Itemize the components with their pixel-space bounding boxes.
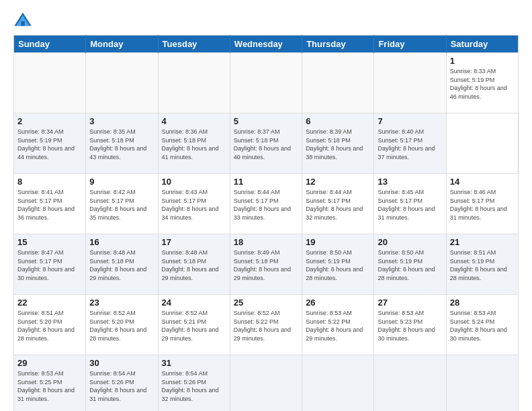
day-info: Sunrise: 8:54 AMSunset: 5:26 PMDaylight:… <box>89 369 154 403</box>
calendar-day-cell: 22Sunrise: 8:51 AMSunset: 5:20 PMDayligh… <box>14 295 86 355</box>
day-info: Sunrise: 8:36 AMSunset: 5:18 PMDaylight:… <box>162 128 226 161</box>
calendar-day-cell: 31Sunrise: 8:54 AMSunset: 5:26 PMDayligh… <box>158 355 230 412</box>
day-number: 28 <box>450 298 515 308</box>
day-info: Sunrise: 8:52 AMSunset: 5:21 PMDaylight:… <box>162 309 226 342</box>
calendar-day-cell: 19Sunrise: 8:50 AMSunset: 5:19 PMDayligh… <box>302 234 374 295</box>
day-number: 27 <box>378 298 442 308</box>
day-number: 3 <box>89 116 154 126</box>
day-number: 29 <box>17 358 82 368</box>
calendar-day-cell: 3Sunrise: 8:35 AMSunset: 5:18 PMDaylight… <box>86 113 158 174</box>
weekday-header-tuesday: Tuesday <box>158 36 230 53</box>
day-number: 11 <box>234 177 298 187</box>
header <box>13 11 519 30</box>
calendar-day-cell: 7Sunrise: 8:40 AMSunset: 5:17 PMDaylight… <box>374 113 446 174</box>
calendar-week-row: 22Sunrise: 8:51 AMSunset: 5:20 PMDayligh… <box>14 295 519 355</box>
day-number: 22 <box>17 298 82 308</box>
day-number: 31 <box>162 358 226 368</box>
day-number: 21 <box>450 237 515 247</box>
weekday-header-thursday: Thursday <box>302 36 374 53</box>
empty-cell <box>230 355 302 412</box>
empty-cell <box>14 53 86 113</box>
calendar-day-cell: 10Sunrise: 8:43 AMSunset: 5:17 PMDayligh… <box>158 174 230 234</box>
day-info: Sunrise: 8:49 AMSunset: 5:18 PMDaylight:… <box>234 248 298 282</box>
day-info: Sunrise: 8:39 AMSunset: 5:18 PMDaylight:… <box>306 128 370 161</box>
day-info: Sunrise: 8:44 AMSunset: 5:17 PMDaylight:… <box>234 188 298 222</box>
day-info: Sunrise: 8:53 AMSunset: 5:23 PMDaylight:… <box>378 309 442 342</box>
day-info: Sunrise: 8:41 AMSunset: 5:17 PMDaylight:… <box>17 188 82 222</box>
day-info: Sunrise: 8:48 AMSunset: 5:18 PMDaylight:… <box>89 248 154 282</box>
day-number: 17 <box>162 237 226 247</box>
day-info: Sunrise: 8:53 AMSunset: 5:22 PMDaylight:… <box>306 309 370 342</box>
calendar-day-cell: 15Sunrise: 8:47 AMSunset: 5:17 PMDayligh… <box>14 234 86 295</box>
calendar-day-cell: 26Sunrise: 8:53 AMSunset: 5:22 PMDayligh… <box>302 295 374 355</box>
day-number: 1 <box>450 56 515 66</box>
day-info: Sunrise: 8:47 AMSunset: 5:17 PMDaylight:… <box>17 248 82 282</box>
logo <box>13 11 35 30</box>
day-number: 5 <box>234 116 298 126</box>
empty-cell <box>374 53 446 113</box>
empty-cell <box>230 53 302 113</box>
day-info: Sunrise: 8:40 AMSunset: 5:17 PMDaylight:… <box>378 128 442 161</box>
day-number: 8 <box>17 177 82 187</box>
day-info: Sunrise: 8:50 AMSunset: 5:19 PMDaylight:… <box>378 248 442 282</box>
weekday-header-wednesday: Wednesday <box>230 36 302 53</box>
day-number: 30 <box>89 358 154 368</box>
day-number: 20 <box>378 237 442 247</box>
calendar-day-cell: 14Sunrise: 8:46 AMSunset: 5:17 PMDayligh… <box>446 174 518 234</box>
calendar-day-cell: 24Sunrise: 8:52 AMSunset: 5:21 PMDayligh… <box>158 295 230 355</box>
day-info: Sunrise: 8:35 AMSunset: 5:18 PMDaylight:… <box>89 128 154 161</box>
calendar-day-cell: 6Sunrise: 8:39 AMSunset: 5:18 PMDaylight… <box>302 113 374 174</box>
day-number: 2 <box>17 116 82 126</box>
calendar-day-cell: 18Sunrise: 8:49 AMSunset: 5:18 PMDayligh… <box>230 234 302 295</box>
calendar-day-cell: 1Sunrise: 8:33 AMSunset: 5:19 PMDaylight… <box>446 53 518 113</box>
day-number: 15 <box>17 237 82 247</box>
day-number: 7 <box>378 116 442 126</box>
calendar-week-row: 29Sunrise: 8:53 AMSunset: 5:25 PMDayligh… <box>14 355 519 412</box>
day-info: Sunrise: 8:43 AMSunset: 5:17 PMDaylight:… <box>162 188 226 222</box>
calendar-table: SundayMondayTuesdayWednesdayThursdayFrid… <box>13 35 519 411</box>
empty-cell <box>374 355 446 412</box>
empty-cell <box>158 53 230 113</box>
day-number: 4 <box>162 116 226 126</box>
day-info: Sunrise: 8:54 AMSunset: 5:26 PMDaylight:… <box>162 369 226 403</box>
calendar-day-cell: 30Sunrise: 8:54 AMSunset: 5:26 PMDayligh… <box>86 355 158 412</box>
day-number: 26 <box>306 298 370 308</box>
logo-icon <box>13 11 32 30</box>
calendar-day-cell: 25Sunrise: 8:52 AMSunset: 5:22 PMDayligh… <box>230 295 302 355</box>
calendar-day-cell: 17Sunrise: 8:48 AMSunset: 5:18 PMDayligh… <box>158 234 230 295</box>
day-number: 13 <box>378 177 442 187</box>
page: SundayMondayTuesdayWednesdayThursdayFrid… <box>0 0 532 411</box>
day-info: Sunrise: 8:51 AMSunset: 5:20 PMDaylight:… <box>17 309 82 342</box>
day-number: 25 <box>234 298 298 308</box>
day-info: Sunrise: 8:37 AMSunset: 5:18 PMDaylight:… <box>234 128 298 161</box>
day-number: 23 <box>89 298 154 308</box>
calendar-day-cell: 9Sunrise: 8:42 AMSunset: 5:17 PMDaylight… <box>86 174 158 234</box>
calendar-day-cell: 23Sunrise: 8:52 AMSunset: 5:20 PMDayligh… <box>86 295 158 355</box>
day-info: Sunrise: 8:44 AMSunset: 5:17 PMDaylight:… <box>306 188 370 222</box>
calendar-week-row: 8Sunrise: 8:41 AMSunset: 5:17 PMDaylight… <box>14 174 519 234</box>
day-info: Sunrise: 8:45 AMSunset: 5:17 PMDaylight:… <box>378 188 442 222</box>
calendar-week-row: 2Sunrise: 8:34 AMSunset: 5:19 PMDaylight… <box>14 113 519 174</box>
weekday-header-row: SundayMondayTuesdayWednesdayThursdayFrid… <box>14 36 519 53</box>
day-info: Sunrise: 8:53 AMSunset: 5:24 PMDaylight:… <box>450 309 515 342</box>
empty-cell <box>302 53 374 113</box>
weekday-header-friday: Friday <box>374 36 446 53</box>
day-info: Sunrise: 8:48 AMSunset: 5:18 PMDaylight:… <box>162 248 226 282</box>
calendar-day-cell: 12Sunrise: 8:44 AMSunset: 5:17 PMDayligh… <box>302 174 374 234</box>
calendar-day-cell: 28Sunrise: 8:53 AMSunset: 5:24 PMDayligh… <box>446 295 518 355</box>
day-info: Sunrise: 8:34 AMSunset: 5:19 PMDaylight:… <box>17 128 82 161</box>
day-info: Sunrise: 8:52 AMSunset: 5:20 PMDaylight:… <box>89 309 154 342</box>
calendar-day-cell: 4Sunrise: 8:36 AMSunset: 5:18 PMDaylight… <box>158 113 230 174</box>
day-number: 16 <box>89 237 154 247</box>
day-number: 18 <box>234 237 298 247</box>
day-number: 14 <box>450 177 515 187</box>
calendar-day-cell: 8Sunrise: 8:41 AMSunset: 5:17 PMDaylight… <box>14 174 86 234</box>
calendar-day-cell: 16Sunrise: 8:48 AMSunset: 5:18 PMDayligh… <box>86 234 158 295</box>
calendar-day-cell: 11Sunrise: 8:44 AMSunset: 5:17 PMDayligh… <box>230 174 302 234</box>
empty-cell <box>302 355 374 412</box>
day-number: 19 <box>306 237 370 247</box>
weekday-header-saturday: Saturday <box>446 36 518 53</box>
day-info: Sunrise: 8:46 AMSunset: 5:17 PMDaylight:… <box>450 188 515 222</box>
calendar-day-cell: 29Sunrise: 8:53 AMSunset: 5:25 PMDayligh… <box>14 355 86 412</box>
svg-rect-2 <box>21 21 25 26</box>
